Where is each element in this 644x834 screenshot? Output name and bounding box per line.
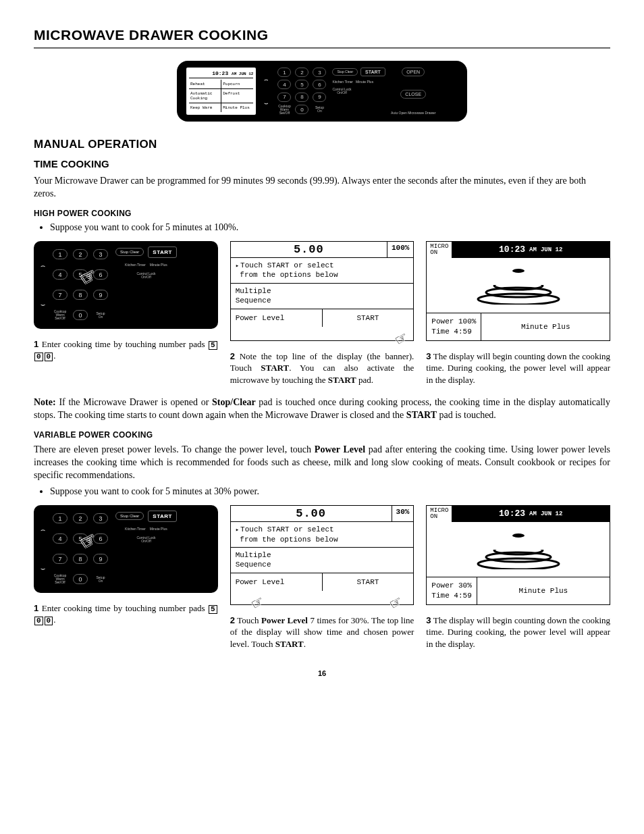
lcd-start: START: [323, 309, 414, 327]
am: AM: [529, 511, 537, 517]
start-btn: START: [148, 246, 177, 258]
minute-plus: Minute Plus: [150, 527, 167, 531]
hp-step1: 1 Enter cooking time by touching number …: [34, 338, 218, 362]
cp-opt: Automatic Cooking: [189, 89, 221, 103]
up-arrow-icon: ⌢: [41, 261, 45, 270]
key-5: 5: [73, 533, 88, 544]
cp-clock: 10:23: [212, 70, 228, 76]
cp-right-controls: Stop Clear START Kitchen Timer Minute Pl…: [332, 68, 385, 115]
control-lock-label: Control LockOn/Off: [332, 88, 351, 95]
key-4: 4: [277, 80, 291, 89]
vp-step1: 1 Enter cooking time by touching number …: [34, 602, 218, 626]
lcd-opt: Multiple: [236, 287, 271, 295]
auto-open-label: Auto Open Microwave Drawer: [391, 111, 436, 115]
key-8: 8: [73, 290, 88, 300]
lcd-start: START: [323, 573, 414, 591]
minute-plus-label: Minute Plus: [477, 577, 610, 604]
onoff: On/Off: [141, 539, 151, 543]
start-btn: START: [148, 511, 177, 522]
cooking-display-1: MICROON 10:23AMJUN 12 Power 100%Time 4:5…: [426, 241, 610, 341]
on-label: ON: [430, 249, 437, 256]
on-label: ON: [430, 513, 437, 520]
up-arrow-icon: ⌢: [41, 525, 45, 534]
time-cooking-heading: TIME COOKING: [34, 158, 610, 170]
lcd-opt: Multiple: [236, 551, 271, 559]
hp-step2: 2 Note the top line of the display (the …: [230, 350, 414, 386]
key-5: 5: [295, 80, 308, 89]
minute-plus-label: Minute Plus: [356, 80, 373, 84]
cp-far-right: OPEN CLOSE Auto Open Microwave Drawer: [391, 68, 436, 115]
key-3: 3: [93, 513, 108, 523]
cp-opt: Reheat: [189, 80, 221, 88]
high-power-heading: HIGH POWER COOKING: [34, 209, 610, 218]
hp-step3: 3 The display will begin counting down t…: [426, 350, 610, 386]
sub-setup: SetupOn: [315, 106, 324, 113]
sub: On: [99, 315, 103, 319]
key-0: 0: [295, 105, 308, 114]
cooking-display-2: MICROON 10:23AMJUN 12 Power 30%Time 4:59…: [426, 505, 610, 605]
sub: Set/Off: [55, 580, 65, 584]
keypad-figure-1: ⌢⌣ 1 2 3 4 5 6 7 8 9 Cooktop WarmSet/Off…: [34, 241, 218, 329]
key-6: 6: [93, 533, 108, 544]
key-9: 9: [93, 554, 108, 564]
key-2: 2: [73, 249, 88, 259]
power-label: Power 100%: [431, 317, 476, 325]
svg-rect-5: [471, 265, 566, 285]
hand-pointer-icon: ☞: [392, 327, 412, 351]
clock: 10:23: [499, 509, 525, 519]
key-7: 7: [53, 554, 68, 564]
hand-pointer-icon: ☞: [386, 591, 406, 615]
page-number: 16: [34, 669, 610, 677]
open-btn: OPEN: [402, 68, 425, 76]
kitchen-timer: Kitchen Timer: [125, 263, 146, 267]
date: JUN 12: [541, 511, 562, 517]
lcd-msg2: from the options below: [240, 271, 338, 279]
key-5: 5: [73, 269, 88, 280]
key-1: 1: [53, 513, 68, 523]
lcd-figure-2: 5.0030% Touch START or select from the o…: [230, 505, 414, 605]
onoff: On/Off: [141, 275, 151, 279]
lcd-opt: Sequence: [236, 296, 271, 305]
vp-step2: 2 Touch Power Level 7 times for 30%. The…: [230, 615, 414, 650]
lcd-msg1: Touch START or select: [240, 261, 334, 269]
sub: On: [99, 579, 103, 583]
time-label: Time 4:59: [431, 592, 471, 600]
key-4: 4: [53, 533, 68, 544]
svg-rect-12: [471, 530, 566, 550]
lcd-time: 5.00: [231, 242, 387, 257]
key-2: 2: [295, 68, 308, 77]
down-arrow-icon: ⌣: [41, 300, 45, 309]
lcd-power-level: Power Level: [231, 573, 323, 591]
minute-plus-label: Minute Plus: [481, 313, 610, 340]
hand-pointer-icon: ☞: [248, 591, 268, 615]
kitchen-timer: Kitchen Timer: [125, 527, 146, 531]
key-2: 2: [73, 513, 88, 523]
lcd-pct: 30%: [392, 506, 414, 521]
sub-cooktop: Cooktop WarmSet/Off: [277, 105, 292, 115]
power-label: Power 30%: [431, 581, 471, 590]
cp-opt: Keep Warm: [189, 103, 221, 112]
time-label: Time 4:59: [431, 328, 471, 336]
kitchen-timer-label: Kitchen Timer: [332, 80, 353, 84]
control-panel-figure: 10:23 AM JUN 12 ReheatPopcorn Automatic …: [177, 61, 467, 122]
key-1: 1: [53, 249, 68, 259]
minute-plus: Minute Plus: [150, 263, 167, 267]
svg-point-13: [512, 533, 525, 538]
close-btn: CLOSE: [400, 90, 426, 99]
cp-screen: 10:23 AM JUN 12 ReheatPopcorn Automatic …: [186, 68, 256, 115]
variable-power-heading: VARIABLE POWER COOKING: [34, 430, 610, 440]
var-bullet: Suppose you want to cook for 5 minutes a…: [50, 486, 610, 497]
key-0: 0: [73, 310, 88, 320]
key-8: 8: [73, 554, 88, 564]
key-4: 4: [53, 269, 68, 280]
lcd-opt: Sequence: [236, 561, 271, 569]
page-title: MICROWAVE DRAWER COOKING: [34, 27, 610, 49]
date: JUN 12: [541, 246, 562, 253]
start-btn: START: [360, 68, 385, 76]
lcd-msg1: Touch START or select: [240, 525, 334, 533]
key-3: 3: [93, 249, 108, 259]
key-7: 7: [53, 290, 68, 300]
lcd-time: 5.00: [231, 506, 392, 521]
lcd-power-level: Power Level: [231, 309, 323, 327]
cp-clock-suffix: AM JUN 12: [232, 72, 253, 76]
